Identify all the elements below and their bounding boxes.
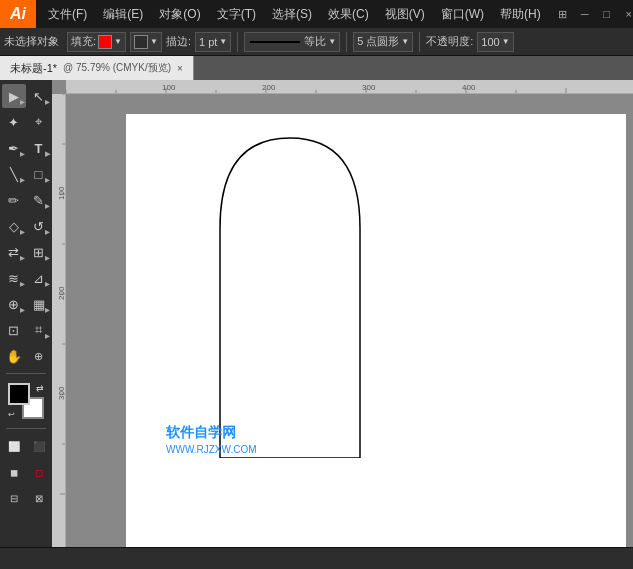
stroke-control[interactable]: ▼: [130, 32, 162, 52]
menu-file[interactable]: 文件(F): [40, 4, 95, 25]
magic-wand-tool[interactable]: ✦: [2, 110, 26, 134]
point-shape-control[interactable]: 5 点圆形 ▼: [353, 32, 413, 52]
graph-tool[interactable]: ▦▸: [27, 292, 51, 316]
fill-swatch[interactable]: [98, 35, 112, 49]
tool-row-line: ╲▸ □▸: [0, 162, 52, 186]
extra-tool-3[interactable]: ⊟: [2, 486, 26, 510]
stroke-size-dropdown[interactable]: ▼: [219, 37, 227, 46]
reflect-tool[interactable]: ⇄▸: [2, 240, 26, 264]
foreground-color[interactable]: [8, 383, 30, 405]
tool-row-eraser: ◇▸ ↺▸: [0, 214, 52, 238]
svg-rect-16: [52, 94, 66, 547]
tool-row-pen: ✒▸ T▸: [0, 136, 52, 160]
ruler-left: 100 200 300: [52, 94, 66, 547]
screen-mode-button[interactable]: ⬜: [2, 434, 26, 458]
tool-row-extras2: ⊟ ⊠: [0, 486, 52, 510]
menu-object[interactable]: 对象(O): [151, 4, 208, 25]
stroke-style-dropdown[interactable]: ▼: [328, 37, 336, 46]
point-shape-value: 5 点圆形: [357, 34, 399, 49]
tab-close-button[interactable]: ×: [177, 63, 183, 74]
tool-row-extra: ◼ ◻: [0, 460, 52, 484]
grid-button[interactable]: ⊞: [553, 4, 573, 24]
stroke-size-control[interactable]: 1 pt ▼: [195, 32, 231, 52]
svg-text:400: 400: [462, 83, 476, 92]
tool-row-mode: ⬜ ⬛: [0, 434, 52, 458]
svg-rect-0: [66, 80, 633, 94]
tab-bar: 未标题-1* @ 75.79% (CMYK/预览) ×: [0, 56, 633, 80]
tool-row-select: ▶▸ ↖▸: [0, 84, 52, 108]
selection-label: 未选择对象: [4, 34, 59, 49]
maximize-button[interactable]: □: [597, 4, 617, 24]
fill-dropdown-icon[interactable]: ▼: [114, 37, 122, 46]
select-tool[interactable]: ▶▸: [2, 84, 26, 108]
tool-row-reflect: ⇄▸ ⊞▸: [0, 240, 52, 264]
brush-tool[interactable]: ✏: [2, 188, 26, 212]
stroke-style-preview: [250, 41, 300, 43]
shape-tool[interactable]: □▸: [27, 162, 51, 186]
divider-3: [419, 32, 420, 52]
ai-logo: Ai: [0, 0, 36, 28]
svg-text:100: 100: [162, 83, 176, 92]
direct-select-tool[interactable]: ↖▸: [27, 84, 51, 108]
menu-help[interactable]: 帮助(H): [492, 4, 549, 25]
hand-tool[interactable]: ✋: [2, 344, 26, 368]
stroke-dropdown-icon[interactable]: ▼: [150, 37, 158, 46]
close-button[interactable]: ×: [619, 4, 633, 24]
fill-label: 填充:: [71, 34, 96, 49]
swap-colors-icon[interactable]: ⇄: [36, 383, 44, 393]
opacity-control[interactable]: 100 ▼: [477, 32, 513, 52]
warp-tool[interactable]: ≋▸: [2, 266, 26, 290]
opacity-dropdown[interactable]: ▼: [502, 37, 510, 46]
canvas-area[interactable]: 100 200 300 400 100 200 300: [52, 80, 633, 547]
stroke-size-value: 1 pt: [199, 36, 217, 48]
tool-row-symbol: ⊕▸ ▦▸: [0, 292, 52, 316]
scale-tool[interactable]: ⊞▸: [27, 240, 51, 264]
titlebar: Ai 文件(F) 编辑(E) 对象(O) 文字(T) 选择(S) 效果(C) 视…: [0, 0, 633, 28]
menu-view[interactable]: 视图(V): [377, 4, 433, 25]
ruler-top-ticks: 100 200 300 400: [66, 80, 633, 94]
document-tab[interactable]: 未标题-1* @ 75.79% (CMYK/预览) ×: [0, 56, 194, 80]
lasso-tool[interactable]: ⌖: [27, 110, 51, 134]
extra-tool-4[interactable]: ⊠: [27, 486, 51, 510]
menu-window[interactable]: 窗口(W): [433, 4, 492, 25]
pencil-tool[interactable]: ✎▸: [27, 188, 51, 212]
rotate-tool[interactable]: ↺▸: [27, 214, 51, 238]
artboard-tool[interactable]: ⊡: [2, 318, 26, 342]
minimize-button[interactable]: ─: [575, 4, 595, 24]
menu-effect[interactable]: 效果(C): [320, 4, 377, 25]
toolbar-divider-1: [6, 373, 46, 374]
svg-text:300: 300: [362, 83, 376, 92]
watermark-line2: WWW.RJZXW.COM: [166, 443, 257, 457]
full-screen-button[interactable]: ⬛: [27, 434, 51, 458]
reset-colors-icon[interactable]: ↩: [8, 410, 15, 419]
eraser-tool[interactable]: ◇▸: [2, 214, 26, 238]
symbol-tool[interactable]: ⊕▸: [2, 292, 26, 316]
fill-control[interactable]: 填充: ▼: [67, 32, 126, 52]
tool-row-artboard: ⊡ ⌗▸: [0, 318, 52, 342]
extra-tool-2[interactable]: ◻: [27, 460, 51, 484]
line-tool[interactable]: ╲▸: [2, 162, 26, 186]
tool-row-hand: ✋ ⊕: [0, 344, 52, 368]
extra-tool-1[interactable]: ◼: [2, 460, 26, 484]
menu-select[interactable]: 选择(S): [264, 4, 320, 25]
zoom-tool[interactable]: ⊕: [27, 344, 51, 368]
text-tool[interactable]: T▸: [27, 136, 51, 160]
width-tool[interactable]: ⊿▸: [27, 266, 51, 290]
menu-text[interactable]: 文字(T): [209, 4, 264, 25]
opacity-label: 不透明度:: [426, 34, 473, 49]
menu-edit[interactable]: 编辑(E): [95, 4, 151, 25]
canvas-background[interactable]: 软件自学网 WWW.RJZXW.COM: [66, 94, 633, 547]
tab-name: 未标题-1*: [10, 61, 57, 76]
ruler-left-ticks: 100 200 300: [52, 94, 66, 547]
svg-text:300: 300: [57, 386, 66, 400]
slice-tool[interactable]: ⌗▸: [27, 318, 51, 342]
point-shape-dropdown[interactable]: ▼: [401, 37, 409, 46]
stroke-style-control[interactable]: 等比 ▼: [244, 32, 340, 52]
tab-info: @ 75.79% (CMYK/预览): [63, 61, 171, 75]
stroke-style-label: 等比: [304, 34, 326, 49]
pen-tool[interactable]: ✒▸: [2, 136, 26, 160]
stroke-swatch[interactable]: [134, 35, 148, 49]
workspace: ▶▸ ↖▸ ✦ ⌖ ✒▸ T▸ ╲▸ □▸ ✏ ✎▸ ◇▸ ↺▸ ⇄▸ ⊞▸ ≋…: [0, 80, 633, 547]
watermark-line1: 软件自学网: [166, 423, 257, 443]
ruler-top: 100 200 300 400: [66, 80, 633, 94]
